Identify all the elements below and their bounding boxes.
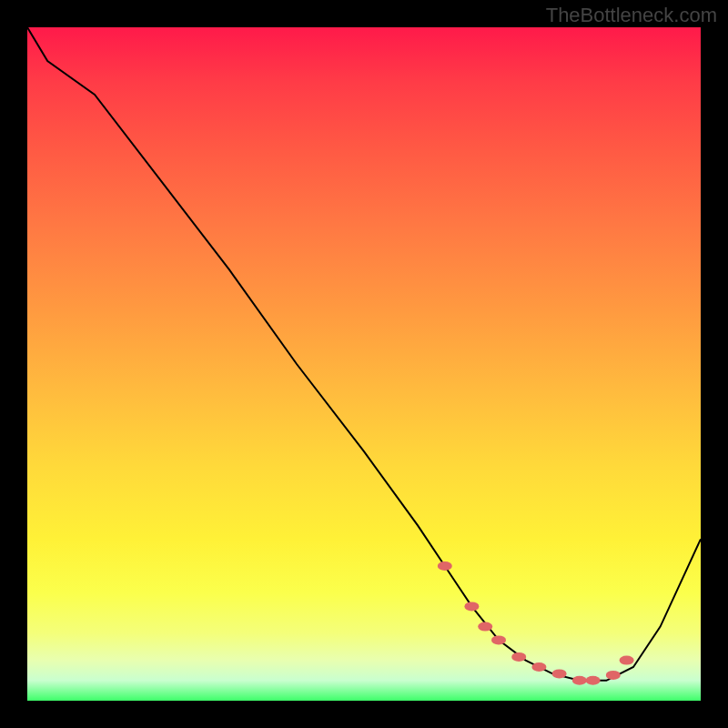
highlight-dot <box>531 662 546 672</box>
chart-svg <box>27 27 701 701</box>
highlight-dot <box>511 652 526 662</box>
curve-path <box>27 27 701 681</box>
highlight-dot <box>491 635 506 644</box>
highlight-dot <box>606 671 621 680</box>
plot-area <box>27 27 701 701</box>
highlight-dot <box>478 622 492 632</box>
highlight-dot <box>464 602 479 611</box>
highlight-dot <box>586 676 601 685</box>
highlight-dot <box>438 561 452 571</box>
dot-group <box>438 561 634 685</box>
highlight-dot <box>572 676 587 685</box>
highlight-dot <box>620 656 634 665</box>
watermark-text: TheBottleneck.com <box>546 4 717 27</box>
highlight-dot <box>552 669 567 678</box>
